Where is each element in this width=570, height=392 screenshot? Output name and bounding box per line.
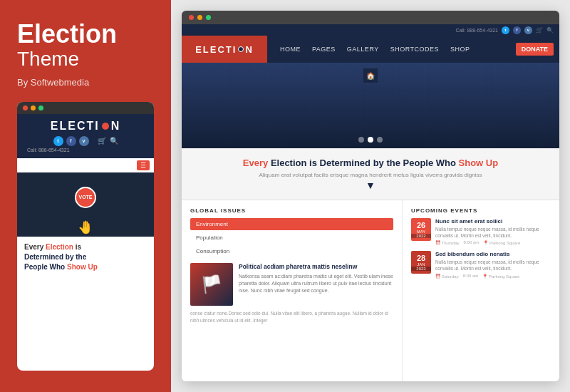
- event-day-name-1: ⏰ Thursday: [435, 240, 460, 245]
- news-image: 🏳️: [190, 263, 233, 306]
- hero-dot-3[interactable]: [377, 137, 383, 143]
- nav-items: HOME PAGES GALLERY SHORTCODES SHOP: [267, 36, 516, 63]
- news-title: Political acdiam pharetra mattis neselin…: [239, 263, 393, 271]
- nav-home[interactable]: HOME: [274, 36, 306, 63]
- event-year-1: 2022: [411, 234, 431, 238]
- news-body: Natkonsa seam ac:diam pharetra mattis ut…: [239, 273, 393, 294]
- mobile-header: ELECTIN t f v 🛒 🔍 Call: 888-654-4321: [17, 114, 154, 158]
- event-meta-1: ⏰ Thursday 8:00 am 📍 Parkong Square: [435, 240, 551, 245]
- event-title-2: Sed bibendum odio nenatis: [435, 251, 551, 257]
- desktop-nav: ELECTIN HOME PAGES GALLERY SHORTCODES SH…: [182, 36, 559, 63]
- mobile-menu-bar: ☰: [17, 158, 154, 172]
- desktop-search-icon[interactable]: 🔍: [546, 27, 554, 33]
- upcoming-events-title: UPCOMING EVENTS: [411, 207, 551, 214]
- mobile-social-bar: t f v 🛒 🔍: [53, 136, 118, 146]
- event-day-2: 28: [417, 254, 425, 262]
- event-year-2: 2023: [411, 267, 431, 271]
- desktop-twitter-icon[interactable]: t: [502, 26, 509, 34]
- nav-gallery[interactable]: GALLERY: [341, 36, 385, 63]
- event-date-box-2: 28 JAN 2023: [411, 251, 431, 274]
- cart-icon[interactable]: 🛒: [98, 137, 106, 145]
- win-dot-yellow: [197, 15, 202, 20]
- desktop-logo: ELECTIN: [195, 44, 254, 55]
- event-day-name-2: ⏰ Saturday: [435, 274, 459, 279]
- title-theme: Theme: [17, 47, 154, 71]
- vote-badge: VOTE: [75, 187, 96, 208]
- right-panel: Call: 888-654-4321 t f v 🛒 🔍 ELECTIN HOM…: [171, 0, 570, 392]
- headline-every: Every: [24, 243, 46, 251]
- mobile-logo: ELECTIN: [51, 120, 120, 133]
- desktop-vk-icon[interactable]: v: [524, 26, 532, 34]
- banner-is: is Determined by the People Who: [306, 158, 458, 168]
- event-body-1: Nulla tempus neque neque massa, id molli…: [435, 226, 551, 239]
- mobile-top-bar: [17, 102, 154, 114]
- desktop-banner: Every Election is Determined by the Peop…: [182, 148, 559, 200]
- desktop-facebook-icon[interactable]: f: [513, 26, 521, 34]
- event-body-2: Nulla tempus neque neque massa, id molli…: [435, 259, 551, 272]
- event-time-2: 8:00 am: [463, 274, 479, 279]
- mobile-headline: Every Election is Determined by the Peop…: [24, 242, 147, 272]
- headline-determined: Determined by the: [24, 253, 86, 261]
- event-time-1: 8:00 am: [464, 240, 480, 245]
- desktop-call-text: Call: 888-654-4321: [455, 28, 498, 33]
- title-election: Election: [17, 21, 154, 47]
- logo-circle: [238, 46, 244, 52]
- hero-home-icon: 🏠: [363, 68, 378, 83]
- author-label: By Softwebmedia: [17, 77, 154, 88]
- issue-population[interactable]: Population: [190, 232, 393, 244]
- nav-pages[interactable]: PAGES: [306, 36, 341, 63]
- desktop-hero: 🏠: [182, 63, 559, 148]
- left-panel: Election Theme By Softwebmedia ELECTIN t…: [0, 0, 171, 392]
- nav-donate-button[interactable]: DONATE: [516, 43, 554, 56]
- issue-environment[interactable]: Environment: [190, 218, 393, 230]
- banner-show-up: Show Up: [459, 158, 499, 168]
- desktop-content: GLOBAL ISSUES Environment Population Con…: [182, 200, 559, 381]
- nav-top-bar: Call: 888-654-4321 t f v 🛒 🔍: [182, 24, 559, 36]
- mobile-call-text: Call: 888-654-4321: [24, 148, 147, 153]
- hero-dot-1[interactable]: [358, 137, 364, 143]
- event-date-box-1: 26 MAY 2022: [411, 218, 431, 241]
- global-issues-title: GLOBAL ISSUES: [190, 207, 393, 214]
- content-left: GLOBAL ISSUES Environment Population Con…: [182, 200, 403, 381]
- headline-election: Election: [46, 243, 73, 251]
- issue-consumption[interactable]: Consumption: [190, 245, 393, 257]
- vk-icon[interactable]: v: [79, 136, 89, 146]
- window-dot-yellow: [31, 105, 36, 110]
- headline-people: People Who: [24, 263, 67, 271]
- mobile-preview: ELECTIN t f v 🛒 🔍 Call: 888-654-4321 ☰ V…: [17, 102, 154, 371]
- mobile-hero: VOTE 🤚: [17, 172, 154, 237]
- headline-is: is: [73, 243, 81, 251]
- desktop-cart-icon[interactable]: 🛒: [536, 27, 543, 33]
- event-info-2: Sed bibendum odio nenatis Nulla tempus n…: [435, 251, 551, 278]
- theme-title: Election Theme By Softwebmedia: [17, 21, 154, 102]
- person-flag-icon: 🏳️: [201, 274, 222, 294]
- news-row: 🏳️ Political acdiam pharetra mattis nese…: [190, 263, 393, 306]
- desktop-window: Call: 888-654-4321 t f v 🛒 🔍 ELECTIN HOM…: [182, 11, 559, 381]
- hero-dots: [358, 137, 383, 143]
- banner-election: Election: [271, 158, 307, 168]
- mobile-text-section: Every Election is Determined by the Peop…: [17, 237, 154, 278]
- facebook-icon[interactable]: f: [66, 136, 76, 146]
- twitter-icon[interactable]: t: [53, 136, 63, 146]
- content-right: UPCOMING EVENTS 26 MAY 2022 Nunc sit ame…: [403, 200, 559, 381]
- nav-shop[interactable]: SHOP: [445, 36, 476, 63]
- event-info-1: Nunc sit amet erat sollici Nulla tempus …: [435, 218, 551, 245]
- event-meta-2: ⏰ Saturday 8:00 am 📍 Parkong Square: [435, 274, 551, 279]
- event-item-1: 26 MAY 2022 Nunc sit amet erat sollici N…: [411, 218, 551, 245]
- hamburger-menu[interactable]: ☰: [137, 160, 150, 170]
- hero-dot-2[interactable]: [368, 137, 373, 143]
- event-location-2: 📍 Parkong Square: [482, 274, 519, 279]
- banner-every: Every: [243, 158, 271, 168]
- issues-list: Environment Population Consumption: [190, 218, 393, 257]
- search-icon[interactable]: 🔍: [110, 137, 118, 145]
- event-day-1: 26: [417, 222, 425, 229]
- banner-arrow-icon: ▼: [196, 180, 545, 191]
- event-item-2: 28 JAN 2023 Sed bibendum odio nenatis Nu…: [411, 251, 551, 278]
- win-dot-green: [206, 15, 211, 20]
- nav-shortcodes[interactable]: SHORTCODES: [385, 36, 445, 63]
- event-location-1: 📍 Parkong Square: [483, 240, 520, 245]
- headline-show-up: Show Up: [67, 263, 98, 271]
- window-dot-green: [38, 105, 43, 110]
- news-footer-text: conse ctatur none.Donec sed odio dui. Nu…: [190, 310, 393, 324]
- mobile-header-icons: 🛒 🔍: [98, 137, 118, 145]
